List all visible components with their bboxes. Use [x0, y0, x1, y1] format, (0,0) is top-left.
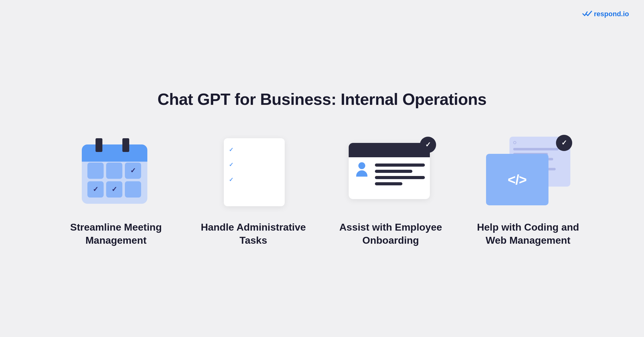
- code-check-badge-icon: ✓: [556, 135, 572, 151]
- card-onboarding-label: Assist with Employee Onboarding: [332, 221, 450, 247]
- card-coding: </> ✓ Help with Coding and Web Managemen…: [469, 134, 587, 247]
- code-tag-symbol: </>: [508, 172, 527, 188]
- card-onboarding: ✓ Assist with Employee Onboarding: [332, 134, 450, 247]
- cards-container: Streamline Meeting Management ✓: [57, 134, 587, 247]
- card-coding-icon-area: </> ✓: [484, 134, 572, 208]
- card-meeting-icon-area: [72, 134, 160, 208]
- card-coding-label: Help with Coding and Web Management: [469, 221, 587, 247]
- checklist-icon: ✓ ✓: [221, 135, 286, 207]
- profile-card-icon: ✓: [349, 140, 433, 202]
- check-badge-icon: ✓: [420, 137, 436, 153]
- card-meeting-label: Streamline Meeting Management: [57, 221, 175, 247]
- code-icon: </> ✓: [486, 137, 570, 205]
- card-admin-label: Handle Administrative Tasks: [194, 221, 313, 247]
- logo-text: respond.io: [594, 10, 629, 18]
- card-meeting: Streamline Meeting Management: [57, 134, 175, 247]
- card-admin-icon-area: ✓ ✓: [210, 134, 297, 208]
- calendar-icon: [82, 138, 150, 204]
- logo: respond.io: [582, 10, 629, 18]
- logo-check-icon: [582, 10, 592, 18]
- card-onboarding-icon-area: ✓: [347, 134, 435, 208]
- page-title: Chat GPT for Business: Internal Operatio…: [158, 90, 487, 109]
- card-admin: ✓ ✓: [194, 134, 313, 247]
